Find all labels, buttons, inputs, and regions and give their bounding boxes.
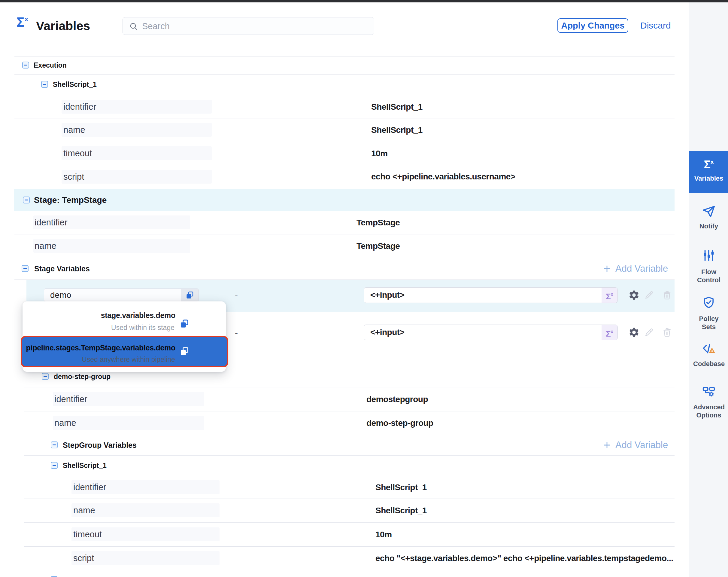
divider [24, 546, 675, 547]
field-value: ShellScript_1 [375, 506, 427, 515]
add-variable-button[interactable]: Add Variable [603, 264, 668, 273]
variable-value: <+input> [370, 328, 404, 336]
divider [24, 522, 675, 523]
policy-sets-icon [702, 296, 716, 309]
field-key: identifier [34, 218, 68, 227]
section-stage: Stage: TempStage [34, 196, 107, 204]
field-key: name [34, 242, 56, 250]
collapse-icon-shellscript1[interactable] [41, 81, 48, 88]
right-sidebar: Σx Variables Notify Flow Control Policy … [689, 2, 728, 577]
variable-name-value: demo [44, 289, 181, 301]
field-key: name [54, 419, 76, 427]
field-value: 10m [371, 149, 388, 158]
section-step-group[interactable]: demo-step-group [54, 373, 110, 380]
variable-value-input[interactable]: <+input> Σx [364, 287, 618, 303]
search-icon [129, 22, 138, 31]
separator: - [235, 328, 238, 337]
sidebar-item-codebase[interactable] [689, 342, 728, 357]
field-value: echo <+pipeline.variables.username> [371, 173, 515, 181]
search-placeholder: Search [142, 21, 170, 31]
field-value: 10m [375, 530, 392, 539]
top-strip [0, 0, 728, 2]
edit-pencil-icon[interactable] [644, 290, 654, 300]
collapse-icon-stepgroup-variables[interactable] [51, 442, 58, 448]
collapse-icon-stage[interactable] [23, 197, 30, 203]
settings-gear-icon[interactable] [628, 327, 640, 338]
section-shellscript1[interactable]: ShellScript_1 [53, 81, 97, 88]
flow-control-icon [702, 249, 716, 262]
variables-sigma-icon: Σx [17, 16, 28, 29]
sidebar-item-notify-label: Notify [689, 222, 728, 230]
popover-option-stage-scope: Used within its stage [111, 324, 175, 331]
divider [24, 411, 675, 411]
notify-icon [702, 204, 716, 219]
search-input[interactable]: Search [123, 17, 374, 35]
field-value: ShellScript_1 [371, 103, 422, 111]
collapse-icon-step-group[interactable] [42, 373, 49, 380]
stage-header-row[interactable] [14, 189, 675, 211]
divider [24, 387, 675, 387]
copy-icon[interactable] [179, 346, 189, 356]
divider [15, 279, 675, 280]
divider [24, 570, 675, 570]
field-value: ShellScript_1 [375, 483, 427, 492]
edit-pencil-icon[interactable] [644, 327, 654, 337]
field-key: timeout [73, 530, 102, 539]
runtime-input-sigma-button[interactable]: Σx [602, 325, 618, 340]
sidebar-item-variables-label: Variables [689, 174, 728, 182]
divider [15, 189, 675, 189]
field-key: script [73, 554, 94, 562]
page-title: Variables [36, 19, 90, 33]
sidebar-item-codebase-label: Codebase [689, 360, 728, 368]
divider [15, 165, 675, 165]
field-key: identifier [73, 483, 106, 492]
divider [15, 95, 675, 95]
field-key: identifier [54, 395, 87, 404]
add-variable-label: Add Variable [615, 264, 668, 273]
field-key: name [63, 126, 85, 134]
sidebar-item-flow-control[interactable] [689, 249, 728, 264]
sidebar-item-advanced-options[interactable] [689, 385, 728, 400]
divider [15, 56, 675, 56]
field-key: identifier [63, 102, 97, 111]
field-key: timeout [63, 149, 92, 158]
runtime-input-sigma-button[interactable]: Σx [602, 287, 618, 303]
advanced-options-icon [702, 385, 716, 399]
codebase-icon [702, 342, 716, 356]
variables-sigma-icon: Σx [689, 159, 728, 170]
divider [15, 258, 675, 258]
sidebar-item-policy-sets-label: Policy Sets [689, 315, 728, 331]
settings-gear-icon[interactable] [628, 290, 640, 301]
divider [15, 142, 675, 142]
sidebar-item-policy-sets[interactable] [689, 296, 728, 311]
sidebar-item-notify[interactable] [689, 204, 728, 220]
divider [24, 499, 675, 499]
variable-value-input[interactable]: <+input> Σx [364, 325, 618, 340]
field-value: TempStage [357, 242, 400, 250]
field-value: demostepgroup [366, 395, 428, 404]
separator: - [235, 291, 238, 300]
plus-icon [603, 265, 611, 273]
popover-option-pipeline-path[interactable]: pipeline.stages.TempStage.variables.demo [26, 344, 175, 352]
delete-trash-icon[interactable] [661, 290, 672, 301]
discard-button[interactable]: Discard [640, 20, 671, 31]
delete-trash-icon[interactable] [661, 327, 672, 338]
section-execution[interactable]: Execution [34, 62, 67, 69]
divider [15, 74, 675, 75]
section-sg-shellscript1[interactable]: ShellScript_1 [63, 462, 107, 469]
collapse-icon-sg-shellscript1[interactable] [51, 462, 58, 469]
collapse-icon-stage-variables[interactable] [22, 265, 28, 272]
field-value: TempStage [357, 219, 400, 227]
copy-icon[interactable] [179, 319, 189, 329]
collapse-icon-execution[interactable] [22, 61, 29, 69]
sidebar-item-variables[interactable] [689, 151, 728, 193]
apply-changes-button[interactable]: Apply Changes [557, 18, 628, 33]
copy-button[interactable] [181, 289, 199, 301]
sidebar-item-advanced-options-label: Advanced Options [689, 403, 728, 419]
section-stepgroup-variables: StepGroup Variables [63, 442, 137, 449]
variable-name-input[interactable]: demo [44, 288, 199, 302]
variables-panel: Σx Variables Search Apply Changes Discar… [0, 0, 728, 577]
add-variable-label: Add Variable [615, 440, 668, 450]
popover-option-stage-path[interactable]: stage.variables.demo [101, 311, 175, 319]
add-variable-button[interactable]: Add Variable [603, 440, 668, 450]
